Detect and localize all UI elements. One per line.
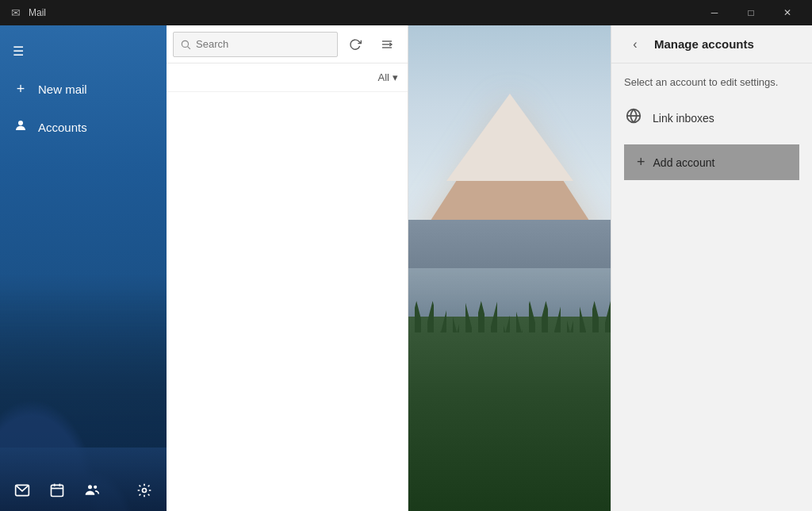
- forest-layer: [408, 317, 611, 511]
- svg-point-7: [94, 486, 97, 489]
- link-inboxes-icon: [624, 107, 643, 129]
- app-title: Mail: [29, 7, 46, 18]
- app-icon: ✉: [10, 6, 22, 19]
- mail-toolbar: [167, 25, 408, 63]
- back-button[interactable]: ‹: [624, 33, 646, 56]
- mail-list-panel: All ▾: [167, 25, 408, 511]
- accounts-icon: [13, 118, 29, 136]
- svg-rect-2: [52, 485, 63, 496]
- sidebar-nav: ☰ + New mail Accounts: [0, 25, 167, 152]
- svg-point-0: [18, 121, 23, 125]
- filter-arrow-icon: ▾: [393, 71, 398, 83]
- refresh-button[interactable]: [341, 30, 370, 59]
- search-input[interactable]: [196, 38, 331, 50]
- footer-icons: [6, 474, 108, 506]
- new-mail-button[interactable]: + New mail: [0, 70, 167, 108]
- manage-accounts-subtitle: Select an account to edit settings.: [611, 63, 812, 98]
- mountain-snow: [446, 94, 573, 181]
- hamburger-menu[interactable]: ☰: [0, 32, 167, 70]
- accounts-label: Accounts: [38, 121, 87, 134]
- content-area: [408, 25, 611, 511]
- svg-point-9: [182, 40, 188, 47]
- maximize-button[interactable]: □: [733, 0, 769, 25]
- svg-point-6: [88, 485, 92, 489]
- filter-options-button[interactable]: [373, 30, 401, 59]
- hamburger-icon: ☰: [13, 44, 24, 59]
- link-inboxes-label: Link inboxes: [653, 112, 714, 125]
- manage-accounts-title: Manage accounts: [654, 37, 754, 51]
- filter-label: All: [378, 71, 389, 83]
- search-icon: [180, 39, 191, 50]
- sidebar-footer: [0, 470, 167, 511]
- search-box[interactable]: [173, 32, 338, 57]
- mail-footer-icon[interactable]: [6, 474, 38, 506]
- add-account-button[interactable]: + Add account: [624, 144, 799, 180]
- add-account-label: Add account: [653, 156, 715, 169]
- calendar-footer-icon[interactable]: [41, 474, 73, 506]
- add-account-icon: +: [637, 154, 645, 171]
- svg-point-8: [143, 489, 147, 493]
- sidebar: ☰ + New mail Accounts: [0, 25, 167, 511]
- new-mail-label: New mail: [38, 83, 87, 96]
- title-bar: ✉ Mail ─ □ ✕: [0, 0, 812, 25]
- refresh-icon: [349, 38, 362, 51]
- new-mail-icon: +: [13, 81, 29, 98]
- people-footer-icon[interactable]: [76, 474, 108, 506]
- link-inboxes-button[interactable]: Link inboxes: [611, 98, 812, 138]
- svg-line-10: [188, 46, 190, 48]
- manage-accounts-panel: ‹ Manage accounts Select an account to e…: [611, 25, 812, 511]
- mail-filter-bar: All ▾: [167, 63, 408, 92]
- app-body: ☰ + New mail Accounts: [0, 25, 812, 511]
- minimize-button[interactable]: ─: [696, 0, 733, 25]
- mountain-background: [408, 25, 611, 511]
- manage-accounts-header: ‹ Manage accounts: [611, 25, 812, 63]
- close-button[interactable]: ✕: [769, 0, 806, 25]
- filter-all-button[interactable]: All ▾: [378, 71, 398, 83]
- filter-icon: [381, 38, 393, 51]
- mail-content-area: [167, 92, 408, 511]
- settings-footer-icon[interactable]: [128, 474, 160, 506]
- window-controls: ─ □ ✕: [696, 0, 806, 25]
- title-bar-left: ✉ Mail: [10, 6, 46, 19]
- accounts-button[interactable]: Accounts: [0, 108, 167, 146]
